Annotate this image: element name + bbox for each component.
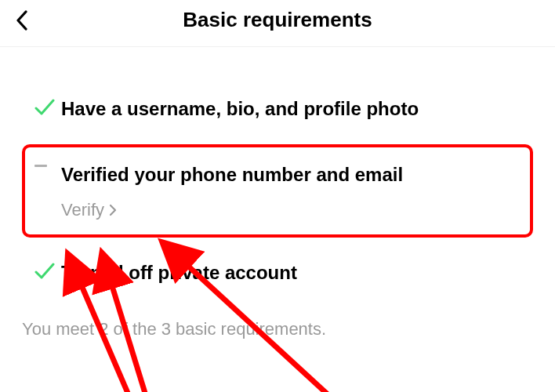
- requirements-list: Have a username, bio, and profile photo …: [0, 47, 555, 303]
- page-title: Basic requirements: [16, 8, 539, 32]
- verify-label: Verify: [61, 200, 104, 220]
- requirement-item-private: Turned off private account: [22, 242, 533, 303]
- verify-action[interactable]: Verify: [61, 200, 521, 220]
- chevron-right-icon: [109, 204, 117, 216]
- item-label: Have a username, bio, and profile photo: [61, 96, 521, 122]
- item-label: Verified your phone number and email: [61, 162, 521, 188]
- status-complete: [34, 263, 61, 280]
- checkmark-icon: [34, 263, 55, 280]
- requirement-item-username: Have a username, bio, and profile photo: [22, 78, 533, 140]
- header: Basic requirements: [0, 0, 555, 47]
- item-label: Turned off private account: [61, 260, 521, 286]
- status-complete: [34, 99, 61, 116]
- summary-text: You meet 2 of the 3 basic requirements.: [0, 308, 555, 339]
- dash-icon: [34, 165, 47, 167]
- status-incomplete: [34, 165, 61, 167]
- item-body: Have a username, bio, and profile photo: [61, 96, 521, 122]
- item-body: Verified your phone number and email Ver…: [61, 162, 521, 221]
- checkmark-icon: [34, 99, 55, 116]
- item-body: Turned off private account: [61, 260, 521, 286]
- requirement-item-verify: Verified your phone number and email Ver…: [22, 144, 533, 238]
